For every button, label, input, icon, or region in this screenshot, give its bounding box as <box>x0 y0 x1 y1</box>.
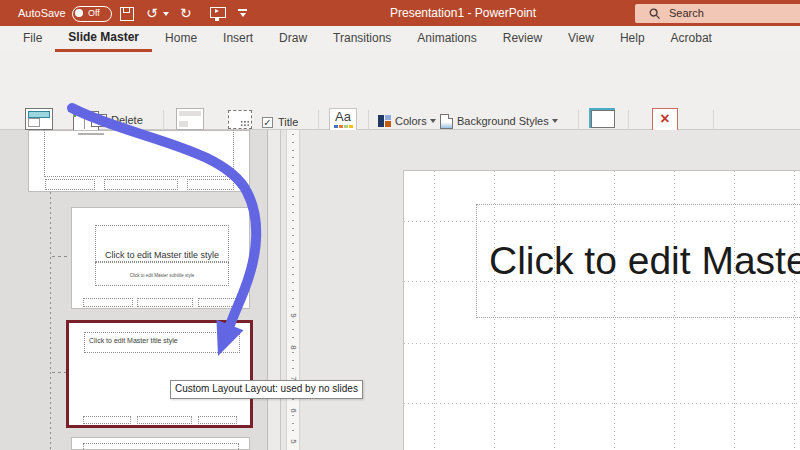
ribbon-tabs: File Slide Master Home Insert Draw Trans… <box>0 26 800 52</box>
colors-button[interactable]: Colors <box>378 112 436 130</box>
gridline <box>434 171 435 450</box>
pane-splitter[interactable] <box>268 130 281 450</box>
tab-acrobat[interactable]: Acrobat <box>658 26 725 52</box>
ruler-number: 6 <box>289 406 298 415</box>
layout-connector-tick <box>52 256 70 257</box>
search-box[interactable]: Search <box>635 4 800 23</box>
search-icon <box>649 8 661 20</box>
chevron-down-icon <box>552 119 558 123</box>
tab-draw[interactable]: Draw <box>266 26 320 52</box>
start-slideshow-icon[interactable] <box>210 7 226 18</box>
tab-insert[interactable]: Insert <box>210 26 266 52</box>
tab-slide-master[interactable]: Slide Master <box>55 26 152 52</box>
close-master-view-icon: × <box>652 108 678 131</box>
footer-placeholder <box>137 416 192 424</box>
slide-canvas[interactable]: Click to edit Master title style <box>403 170 800 450</box>
date-placeholder <box>83 416 131 424</box>
insert-placeholder-icon <box>228 110 252 129</box>
delete-button[interactable]: × Delete <box>91 111 143 129</box>
title-placeholder: Click to edit Master title style <box>95 225 229 262</box>
ruler-number: 9 <box>289 311 298 320</box>
tab-animations[interactable]: Animations <box>404 26 489 52</box>
customize-quick-access-toolbar-icon[interactable] <box>238 9 247 17</box>
date-placeholder <box>45 179 95 190</box>
custom-layout-thumbnail-selected[interactable]: Click to edit Master title style <box>66 320 253 428</box>
toggle-knob <box>75 9 83 17</box>
ribbon: Insert Slide Master Insert Layout × Dele… <box>0 52 800 130</box>
vertical-ruler[interactable]: 9 8 7 6 5 4 3 2 1 <box>286 130 300 450</box>
footer-placeholder <box>104 179 178 190</box>
master-title-placeholder[interactable]: Click to edit Master title style <box>476 204 800 318</box>
tab-help[interactable]: Help <box>607 26 658 52</box>
layout-connector-tick <box>52 372 67 373</box>
title-placeholder <box>83 443 239 450</box>
autosave-label: AutoSave <box>18 0 66 26</box>
title-checkbox-row[interactable]: ✓ Title <box>262 116 298 128</box>
gridline <box>404 343 800 344</box>
ruler-ticks <box>292 134 294 446</box>
bullet-text-fragment <box>78 133 104 135</box>
autosave-state: Off <box>88 8 100 18</box>
gridline <box>404 403 800 404</box>
body-placeholder <box>44 130 234 177</box>
slidenumber-placeholder <box>198 416 237 424</box>
background-styles-button[interactable]: Background Styles <box>440 112 558 130</box>
undo-icon[interactable]: ↺ <box>146 0 158 26</box>
redo-icon[interactable]: ↻ <box>180 0 192 26</box>
title-bar: AutoSave Off ↺ ↻ Presentation1 - PowerPo… <box>0 0 800 26</box>
ruler-number: 5 <box>289 437 298 446</box>
search-placeholder: Search <box>669 7 704 19</box>
slide-size-icon <box>591 110 615 128</box>
footer-placeholder <box>137 298 193 307</box>
undo-dropdown-icon[interactable] <box>163 12 169 16</box>
master-layout-icon <box>176 108 204 130</box>
autosave-toggle[interactable]: Off <box>72 6 112 22</box>
window-title: Presentation1 - PowerPoint <box>390 0 536 26</box>
delete-icon: × <box>91 114 107 127</box>
next-layout-thumbnail[interactable] <box>71 437 250 450</box>
tab-view[interactable]: View <box>555 26 607 52</box>
slidenumber-placeholder <box>187 179 234 190</box>
slidenumber-placeholder <box>198 298 238 307</box>
save-icon[interactable] <box>120 7 134 21</box>
ruler-number: 8 <box>289 343 298 352</box>
tab-transitions[interactable]: Transitions <box>320 26 404 52</box>
date-placeholder <box>83 298 133 307</box>
layout-connector-line <box>50 192 51 450</box>
tab-home[interactable]: Home <box>152 26 210 52</box>
chevron-down-icon <box>430 119 436 123</box>
title-checkbox[interactable]: ✓ <box>262 117 273 128</box>
insert-slide-master-icon <box>25 108 53 130</box>
subtitle-placeholder: Click to edit Master subtitle style <box>95 262 229 286</box>
colors-icon <box>378 115 391 127</box>
title-placeholder: Click to edit Master title style <box>84 332 240 353</box>
tooltip: Custom Layout Layout: used by no slides <box>170 380 363 399</box>
tab-file[interactable]: File <box>10 26 55 52</box>
tab-review[interactable]: Review <box>490 26 555 52</box>
background-styles-icon <box>440 114 453 129</box>
title-slide-layout-thumbnail[interactable]: Click to edit Master title style Click t… <box>71 207 250 309</box>
slide-master-thumbnail[interactable] <box>28 130 250 192</box>
